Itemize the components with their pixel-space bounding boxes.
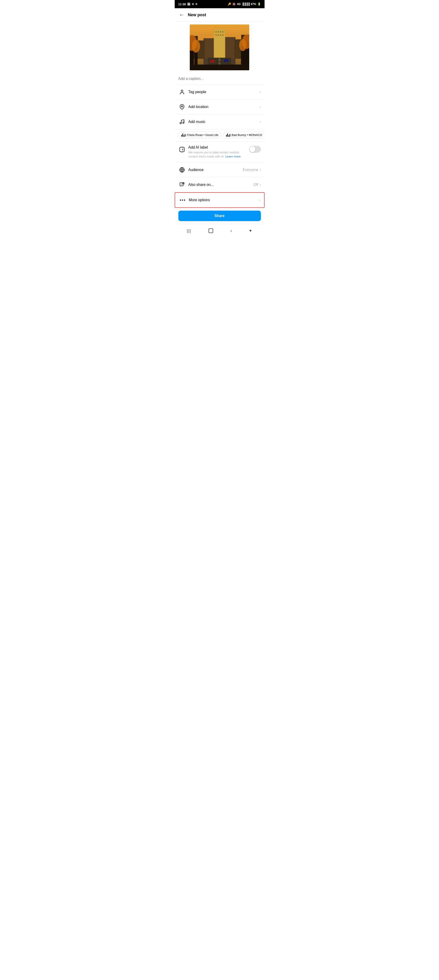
key-icon: 🔑 — [228, 3, 231, 6]
audience-label: Audience — [189, 168, 243, 172]
music-chip-2[interactable]: Bad Bunny • MONACO — [223, 132, 265, 138]
photo-container — [175, 22, 265, 73]
more-options-label: More options — [189, 198, 259, 202]
music-chip-1-label: Chela Rivas • Good Life — [187, 133, 218, 137]
audience-item[interactable]: Audience Everyone › — [175, 162, 265, 177]
music-chip-1[interactable]: Chela Rivas • Good Life — [178, 132, 221, 138]
person-icon — [178, 88, 185, 96]
also-share-chevron: › — [260, 183, 261, 187]
svg-point-33 — [181, 90, 183, 92]
toggle-knob — [249, 146, 255, 152]
svg-point-40 — [180, 200, 181, 201]
tag-people-chevron: › — [260, 90, 261, 94]
location-icon — [178, 103, 185, 111]
ai-label-toggle[interactable] — [249, 146, 261, 153]
svg-rect-10 — [222, 34, 223, 36]
tag-people-item[interactable]: Tag people › — [175, 85, 265, 100]
add-location-label: Add location — [189, 105, 260, 109]
svg-rect-7 — [216, 34, 217, 36]
battery-icon: 🔋 — [257, 3, 261, 6]
svg-rect-43 — [209, 229, 213, 233]
svg-rect-29 — [224, 59, 229, 62]
status-right: 🔑 🔇 4G ▐▐▐▐ 67% 🔋 — [228, 3, 261, 6]
x-icon: ✕ — [192, 3, 194, 6]
music-chips-row: Chela Rivas • Good Life Bad Bunny • MONA… — [175, 129, 265, 142]
music-bars-icon-2 — [226, 134, 230, 137]
svg-rect-2 — [214, 30, 225, 59]
learn-more-link[interactable]: Learn more — [225, 155, 241, 158]
audience-value: Everyone — [243, 168, 258, 172]
audience-icon — [178, 166, 185, 173]
tag-people-label: Tag people — [189, 90, 260, 94]
network-icon: 4G — [237, 3, 241, 6]
nav-back-button[interactable]: ‹ — [227, 227, 236, 235]
music-chip-2-label: Bad Bunny • MONACO — [231, 133, 262, 137]
svg-rect-8 — [218, 34, 219, 36]
nav-recent-apps-button[interactable]: ||| — [183, 227, 195, 235]
also-share-item[interactable]: Also share on... Off › — [175, 177, 265, 192]
svg-rect-4 — [218, 31, 219, 33]
svg-rect-26 — [219, 58, 220, 61]
more-options-icon — [179, 196, 186, 204]
mute-icon: 🔇 — [232, 3, 236, 6]
svg-point-22 — [192, 40, 200, 52]
battery-label: 67% — [250, 3, 256, 6]
gallery-icon: 🖼 — [187, 3, 190, 6]
svg-rect-14 — [225, 37, 236, 59]
caption-area — [175, 73, 265, 85]
svg-rect-9 — [220, 34, 221, 36]
svg-rect-32 — [190, 65, 249, 70]
bottom-nav: ||| ‹ ✦ — [175, 224, 265, 237]
share-button[interactable]: Share — [178, 211, 261, 221]
also-share-icon — [178, 181, 185, 188]
back-button[interactable]: ← — [178, 11, 185, 19]
also-share-label: Also share on... — [189, 183, 254, 187]
share-btn-container: Share — [175, 208, 265, 224]
page-title: New post — [188, 13, 206, 18]
music-bars-icon-1 — [181, 134, 185, 137]
svg-point-24 — [239, 39, 246, 51]
svg-point-41 — [182, 200, 183, 201]
add-music-item[interactable]: ♩ Add music › — [175, 115, 265, 129]
svg-point-42 — [184, 200, 185, 201]
ai-label-content: Add AI label We require you to label cer… — [189, 145, 246, 159]
add-music-label: Add music — [189, 120, 260, 124]
svg-rect-6 — [222, 31, 223, 33]
nav-accessibility-button[interactable]: ✦ — [245, 227, 256, 235]
svg-point-34 — [181, 106, 183, 107]
caption-input[interactable] — [178, 77, 261, 81]
ai-label-section: Add AI label We require you to label cer… — [175, 142, 265, 162]
svg-rect-3 — [216, 31, 217, 33]
ai-label-title: Add AI label — [189, 145, 246, 150]
svg-rect-11 — [203, 38, 214, 59]
add-location-item[interactable]: Add location › — [175, 100, 265, 115]
svg-rect-28 — [210, 60, 215, 63]
status-time: 11:38 — [178, 3, 186, 6]
signal-icon: ▐▐▐▐ — [242, 3, 249, 6]
svg-rect-5 — [220, 31, 221, 33]
svg-point-35 — [180, 123, 181, 124]
add-location-chevron: › — [260, 105, 261, 109]
nyt-icon: 𝔑 — [195, 3, 197, 6]
status-left: 11:38 🖼 ✕ 𝔑 — [178, 3, 197, 6]
more-options-item[interactable]: More options › — [175, 192, 265, 208]
more-options-chevron: › — [259, 198, 260, 202]
add-music-chevron: › — [260, 120, 261, 124]
also-share-value: Off — [254, 183, 258, 187]
svg-point-36 — [183, 122, 184, 123]
music-icon: ♩ — [178, 118, 185, 126]
ai-label-description: We require you to label certain realisti… — [189, 150, 246, 159]
ai-label-icon — [178, 146, 185, 153]
status-bar: 11:38 🖼 ✕ 𝔑 🔑 🔇 4G ▐▐▐▐ 67% 🔋 — [175, 0, 265, 8]
audience-chevron: › — [260, 168, 261, 172]
post-image — [190, 24, 249, 70]
header: ← New post — [175, 8, 265, 22]
nav-home-button[interactable] — [204, 227, 217, 235]
